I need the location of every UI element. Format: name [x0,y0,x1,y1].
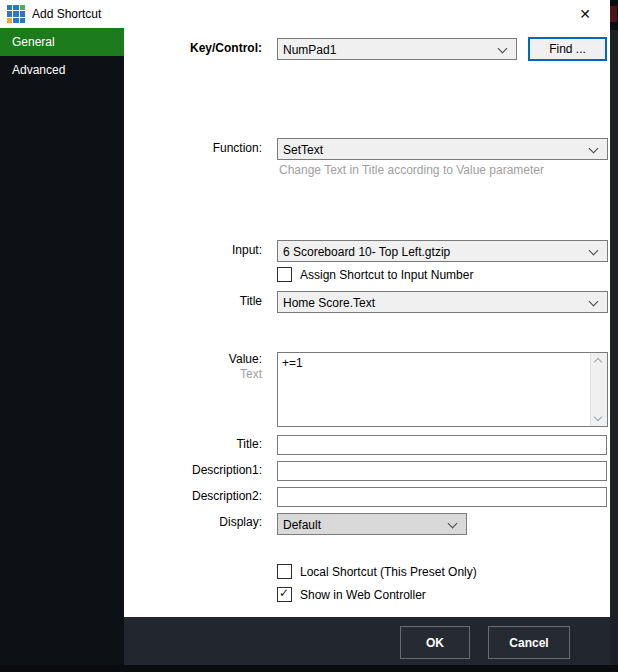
description2-label: Description2: [124,489,262,503]
value-field-frame: +=1 [277,352,608,427]
title-input[interactable] [277,435,607,455]
function-label: Function: [124,141,262,155]
key-control-value: NumPad1 [283,43,336,57]
sidebar-item-general[interactable]: General [0,28,126,56]
checkbox-icon[interactable] [277,267,292,282]
title-select-label: Title [124,294,262,308]
titlebar: Add Shortcut ✕ [0,0,610,28]
scroll-up-icon[interactable] [594,358,602,366]
display-label: Display: [124,515,262,529]
display-dropdown[interactable]: Default [277,513,467,535]
key-control-dropdown[interactable]: NumPad1 [277,38,517,60]
value-label: Value: [124,352,262,366]
chevron-down-icon[interactable] [498,44,508,54]
chevron-down-icon[interactable] [589,297,599,307]
sidebar: General Advanced [0,28,124,665]
sidebar-item-label: Advanced [12,63,65,77]
assign-shortcut-checkbox[interactable]: Assign Shortcut to Input Number [277,267,473,282]
checkbox-icon[interactable] [277,587,292,602]
background-window-bottom [0,665,618,672]
value-textarea[interactable]: +=1 [278,353,590,426]
checkbox-icon[interactable] [277,564,292,579]
description1-input[interactable] [277,461,607,481]
key-control-label: Key/Control: [124,41,262,55]
title-input-label: Title: [124,437,262,451]
add-shortcut-dialog: Add Shortcut ✕ General Advanced Key/Cont… [0,0,610,665]
form-panel: Key/Control: NumPad1 Find ... Function: … [124,28,610,617]
description1-label: Description1: [124,463,262,477]
web-controller-label: Show in Web Controller [300,588,426,602]
function-value: SetText [283,143,323,157]
background-window-edge [610,0,618,672]
background-red-indicator [610,6,617,22]
chevron-down-icon[interactable] [589,246,599,256]
scroll-down-icon[interactable] [594,413,602,421]
cancel-button[interactable]: Cancel [488,626,570,659]
chevron-down-icon[interactable] [448,519,458,529]
function-dropdown[interactable]: SetText [277,138,608,160]
close-icon[interactable]: ✕ [576,5,594,23]
value-sublabel: Text [124,367,262,381]
input-label: Input: [124,243,262,257]
sidebar-item-advanced[interactable]: Advanced [0,56,124,84]
find-button[interactable]: Find ... [528,37,607,61]
input-value: 6 Scoreboard 10- Top Left.gtzip [283,245,450,259]
assign-shortcut-label: Assign Shortcut to Input Number [300,268,473,282]
footer-bar: OK Cancel [124,617,610,665]
web-controller-checkbox[interactable]: Show in Web Controller [277,587,426,602]
chevron-down-icon[interactable] [589,144,599,154]
local-shortcut-checkbox[interactable]: Local Shortcut (This Preset Only) [277,564,477,579]
title-dropdown[interactable]: Home Score.Text [277,291,608,313]
title-select-value: Home Score.Text [283,296,375,310]
description2-input[interactable] [277,487,607,507]
local-shortcut-label: Local Shortcut (This Preset Only) [300,565,477,579]
dialog-title: Add Shortcut [32,7,101,21]
sidebar-item-label: General [12,35,55,49]
input-dropdown[interactable]: 6 Scoreboard 10- Top Left.gtzip [277,240,608,262]
screen: Add Shortcut ✕ General Advanced Key/Cont… [0,0,618,672]
function-help-text: Change Text in Title according to Value … [279,163,544,177]
display-value: Default [283,518,321,532]
vmix-logo-icon [7,5,25,23]
ok-button[interactable]: OK [400,626,470,659]
scrollbar[interactable] [590,353,607,426]
